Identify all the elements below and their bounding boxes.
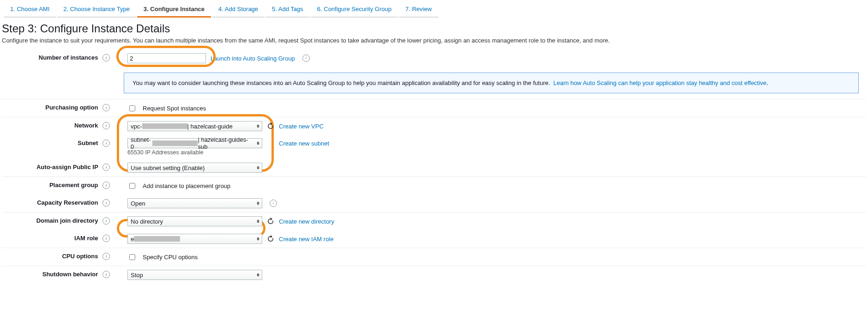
label-capacity-reservation: Capacity Reservation	[37, 199, 98, 206]
info-icon[interactable]: i	[102, 271, 110, 278]
refresh-icon[interactable]	[267, 235, 274, 243]
create-directory-link[interactable]: Create new directory	[279, 218, 334, 225]
page-title: Step 3: Configure Instance Details	[2, 22, 868, 35]
subnet-ip-helper: 65530 IP Addresses available	[127, 149, 329, 156]
refresh-icon[interactable]	[267, 218, 274, 225]
capacity-reservation-value: Open	[131, 200, 145, 207]
info-icon[interactable]: i	[102, 217, 110, 225]
tab-configure-instance[interactable]: 3. Configure Instance	[137, 3, 211, 18]
subnet-select[interactable]: subnet-0 | hazelcast-guides-sub	[127, 138, 262, 148]
refresh-icon[interactable]	[267, 122, 274, 130]
create-vpc-link[interactable]: Create new VPC	[279, 123, 324, 130]
label-shutdown-behavior: Shutdown behavior	[42, 271, 98, 278]
tab-add-storage[interactable]: 4. Add Storage	[212, 3, 265, 18]
label-auto-public-ip: Auto-assign Public IP	[36, 164, 98, 170]
label-placement-group: Placement group	[49, 182, 98, 188]
tab-review[interactable]: 7. Review	[399, 3, 438, 18]
info-icon[interactable]: i	[102, 104, 110, 111]
page-subtitle: Configure the instance to suit your requ…	[2, 37, 868, 44]
redacted-text	[142, 123, 187, 129]
placement-group-label: Add instance to placement group	[143, 182, 230, 189]
domain-join-select[interactable]: No directory	[127, 216, 262, 226]
wizard-tabs: 1. Choose AMI 2. Choose Instance Type 3.…	[0, 0, 868, 18]
subnet-value-suffix: | hazelcast-guides-sub	[198, 136, 253, 150]
network-value-prefix: vpc-	[131, 123, 142, 130]
label-iam-role: IAM role	[74, 235, 98, 242]
auto-public-ip-select[interactable]: Use subnet setting (Enable)	[127, 163, 262, 173]
tab-choose-ami[interactable]: 1. Choose AMI	[4, 3, 56, 18]
domain-join-value: No directory	[131, 218, 163, 225]
info-icon[interactable]: i	[102, 140, 110, 147]
label-number-of-instances: Number of instances	[39, 54, 98, 61]
request-spot-checkbox[interactable]	[129, 105, 135, 111]
label-subnet: Subnet	[78, 140, 98, 146]
label-cpu-options: CPU options	[62, 253, 98, 260]
shutdown-behavior-value: Stop	[131, 272, 143, 279]
network-value-suffix: | hazelcast-guide	[187, 123, 233, 130]
label-domain-join: Domain join directory	[36, 217, 98, 224]
info-icon[interactable]: i	[302, 55, 310, 62]
tab-choose-instance-type[interactable]: 2. Choose Instance Type	[57, 3, 136, 18]
info-icon[interactable]: i	[102, 182, 110, 189]
request-spot-label: Request Spot instances	[143, 105, 206, 112]
tab-security-group[interactable]: 6. Configure Security Group	[311, 3, 398, 18]
capacity-reservation-select[interactable]: Open	[127, 198, 262, 208]
asg-notice-link[interactable]: Learn how Auto Scaling can help your app…	[554, 79, 767, 86]
network-select[interactable]: vpc- | hazelcast-guide	[127, 121, 262, 131]
shutdown-behavior-select[interactable]: Stop	[127, 270, 262, 280]
create-subnet-link[interactable]: Create new subnet	[279, 140, 329, 147]
info-icon[interactable]: i	[102, 122, 110, 129]
info-icon[interactable]: i	[102, 235, 110, 242]
info-icon[interactable]: i	[102, 54, 110, 61]
iam-role-value-prefix: e	[131, 236, 134, 243]
redacted-text	[134, 236, 180, 242]
asg-notice: You may want to consider launching these…	[124, 73, 859, 93]
info-icon[interactable]: i	[102, 164, 110, 171]
auto-public-ip-value: Use subnet setting (Enable)	[131, 164, 205, 171]
create-iam-role-link[interactable]: Create new IAM role	[279, 236, 334, 243]
info-icon[interactable]: i	[102, 199, 110, 207]
iam-role-select[interactable]: e	[127, 234, 262, 244]
redacted-text	[152, 140, 198, 146]
label-network: Network	[74, 122, 98, 129]
subnet-value-prefix: subnet-0	[131, 136, 152, 150]
info-icon[interactable]: i	[102, 253, 110, 260]
asg-notice-text: You may want to consider launching these…	[133, 79, 550, 86]
cpu-options-label: Specify CPU options	[143, 254, 198, 261]
launch-into-asg-link[interactable]: Launch into Auto Scaling Group	[211, 55, 295, 62]
label-purchasing-option: Purchasing option	[45, 104, 98, 111]
tab-add-tags[interactable]: 5. Add Tags	[265, 3, 310, 18]
placement-group-checkbox[interactable]	[129, 183, 135, 189]
cpu-options-checkbox[interactable]	[129, 254, 135, 260]
number-of-instances-input[interactable]	[127, 53, 206, 63]
info-icon[interactable]: i	[270, 200, 277, 207]
